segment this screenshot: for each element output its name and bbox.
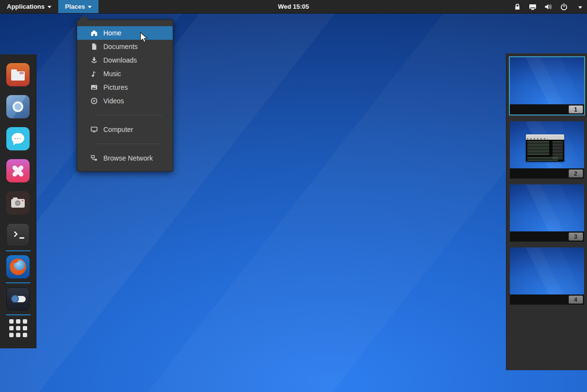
speech-bubble-glyph (12, 133, 24, 144)
places-dropdown-menu: Home Documents Downloads Music Pictures (77, 19, 173, 172)
menu-item-downloads[interactable]: Downloads (77, 53, 173, 67)
workspace-bottom-panel: 4 (510, 294, 584, 305)
camera-led-glyph (22, 200, 23, 201)
top-bar-menus: Applications Places (0, 0, 98, 13)
menu-item-browse-network[interactable]: Browse Network (77, 151, 173, 165)
workspace-thumbnail-2[interactable]: 2 (510, 121, 584, 179)
menu-item-label: Pictures (103, 83, 128, 91)
toggle-knob-glyph (11, 295, 19, 303)
system-status-area[interactable] (514, 0, 582, 14)
menu-item-label: Browse Network (103, 154, 153, 162)
menu-item-home[interactable]: Home (77, 26, 173, 40)
menu-item-music[interactable]: Music (77, 67, 173, 81)
video-icon (90, 97, 98, 105)
dock-separator (6, 250, 31, 251)
wallpaper-streak (0, 0, 422, 392)
top-bar: Applications Places Wed 15:05 (0, 0, 587, 14)
menu-item-computer[interactable]: Computer (77, 123, 173, 136)
volume-icon (544, 3, 553, 11)
camera-lens-glyph (15, 200, 20, 206)
menu-separator (97, 115, 162, 115)
document-icon (90, 43, 98, 50)
browser-ring-glyph (13, 101, 23, 112)
music-note-icon (90, 70, 98, 78)
caret-down-icon (88, 6, 92, 8)
workspace-wallpaper (510, 121, 584, 168)
bubble-dots-glyph (15, 138, 16, 139)
tweaks-toggle-icon[interactable] (6, 287, 30, 310)
terminal-icon[interactable] (6, 223, 30, 246)
applications-menu-button[interactable]: Applications (0, 0, 58, 13)
workspace-number-badge: 1 (569, 105, 583, 114)
menu-item-documents[interactable]: Documents (77, 40, 173, 53)
terminal-window-thumbnail (526, 134, 564, 162)
menu-item-label: Music (103, 70, 121, 78)
picture-icon (90, 83, 98, 91)
caret-down-icon (48, 6, 51, 8)
download-icon (90, 56, 98, 64)
chat-icon[interactable] (6, 127, 30, 150)
workspace-bottom-panel: 3 (510, 231, 584, 242)
places-menu-button[interactable]: Places (58, 0, 98, 13)
applications-menu-label: Applications (7, 3, 45, 10)
menu-item-videos[interactable]: Videos (77, 94, 173, 108)
prompt-chevron-glyph (12, 231, 18, 237)
camera-icon[interactable] (6, 191, 30, 214)
menu-item-label: Home (103, 29, 121, 37)
places-menu-label: Places (65, 3, 85, 10)
workspace-wallpaper (510, 184, 584, 231)
files-icon[interactable] (6, 63, 30, 86)
computer-icon (90, 126, 98, 133)
display-icon (528, 3, 537, 11)
dash-dock (0, 54, 36, 348)
network-icon (90, 154, 98, 162)
menu-separator (97, 144, 162, 144)
web-browser-icon[interactable] (6, 95, 30, 118)
desktop: Applications Places Wed 15:05 (0, 0, 587, 392)
menu-item-label: Documents (103, 43, 138, 50)
lock-icon (514, 3, 521, 11)
workspace-number-badge: 3 (569, 232, 583, 241)
clock[interactable]: Wed 15:05 (278, 0, 309, 14)
firefox-icon[interactable] (6, 255, 30, 278)
menu-item-label: Videos (103, 97, 124, 105)
mouse-cursor (140, 32, 148, 45)
workspace-thumbnail-1[interactable]: 1 (509, 56, 585, 115)
workspace-thumbnail-3[interactable]: 3 (510, 184, 584, 242)
x-app-icon[interactable] (6, 159, 30, 182)
dock-separator (6, 314, 31, 315)
home-icon (90, 29, 98, 37)
workspace-switcher: 1 2 3 (506, 53, 587, 370)
menu-item-label: Computer (103, 126, 133, 133)
workspace-number-badge: 4 (569, 295, 583, 304)
workspace-bottom-panel: 1 (510, 104, 584, 114)
show-applications-icon[interactable] (6, 319, 30, 337)
workspace-thumbnail-4[interactable]: 4 (510, 247, 584, 305)
workspace-wallpaper (510, 57, 584, 104)
menu-item-label: Downloads (103, 56, 137, 64)
power-icon (560, 3, 568, 11)
prompt-underscore-glyph (19, 237, 24, 239)
workspace-bottom-panel: 2 (510, 168, 584, 179)
chevron-down-icon (578, 6, 582, 9)
folder-glyph (11, 71, 25, 81)
camera-body-glyph (11, 199, 25, 208)
menu-item-pictures[interactable]: Pictures (77, 81, 173, 94)
terminal-body (526, 140, 564, 162)
workspace-number-badge: 2 (569, 169, 583, 178)
dock-separator (6, 282, 31, 283)
workspace-wallpaper (510, 247, 584, 294)
